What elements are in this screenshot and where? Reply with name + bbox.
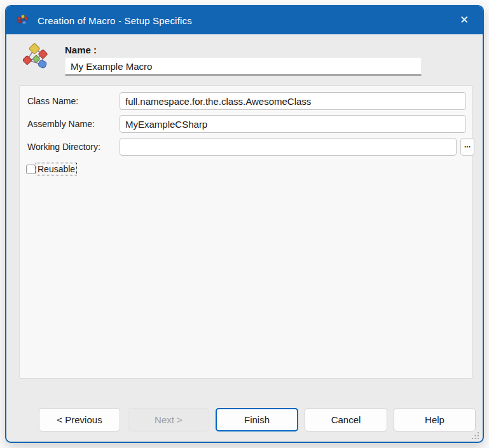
assembly-name-input[interactable] bbox=[120, 115, 466, 133]
titlebar[interactable]: Creation of Macro - Setup Specifics ✕ bbox=[6, 6, 483, 34]
help-button[interactable]: Help bbox=[394, 408, 476, 431]
browse-button[interactable]: ... bbox=[460, 138, 474, 156]
assembly-name-label: Assembly Name: bbox=[27, 119, 95, 129]
name-input[interactable] bbox=[65, 57, 422, 76]
reusable-checkbox[interactable] bbox=[26, 165, 36, 174]
previous-button[interactable]: < Previous bbox=[39, 408, 120, 431]
resize-grip-icon[interactable] bbox=[471, 431, 479, 439]
working-directory-input[interactable] bbox=[120, 138, 457, 156]
window-title: Creation of Macro - Setup Specifics bbox=[38, 15, 192, 26]
class-name-label: Class Name: bbox=[27, 96, 78, 106]
working-directory-row: Working Directory: ... bbox=[20, 138, 472, 156]
working-directory-label: Working Directory: bbox=[27, 142, 100, 152]
next-button[interactable]: Next > bbox=[128, 408, 209, 431]
close-button[interactable]: ✕ bbox=[450, 6, 479, 34]
macro-diagram-icon bbox=[23, 42, 50, 70]
reusable-label: Reusable bbox=[36, 163, 76, 175]
molecule-network-icon bbox=[16, 13, 30, 27]
class-name-row: Class Name: bbox=[20, 92, 472, 110]
dialog-window: Creation of Macro - Setup Specifics ✕ Na… bbox=[5, 5, 484, 443]
form-panel: Class Name: Assembly Name: Working Direc… bbox=[19, 85, 472, 379]
reusable-checkbox-row[interactable]: Reusable bbox=[26, 163, 76, 175]
finish-button[interactable]: Finish bbox=[216, 408, 298, 431]
cancel-button[interactable]: Cancel bbox=[305, 408, 387, 431]
assembly-name-row: Assembly Name: bbox=[20, 115, 472, 133]
class-name-input[interactable] bbox=[120, 92, 466, 110]
name-label: Name : bbox=[65, 44, 97, 55]
